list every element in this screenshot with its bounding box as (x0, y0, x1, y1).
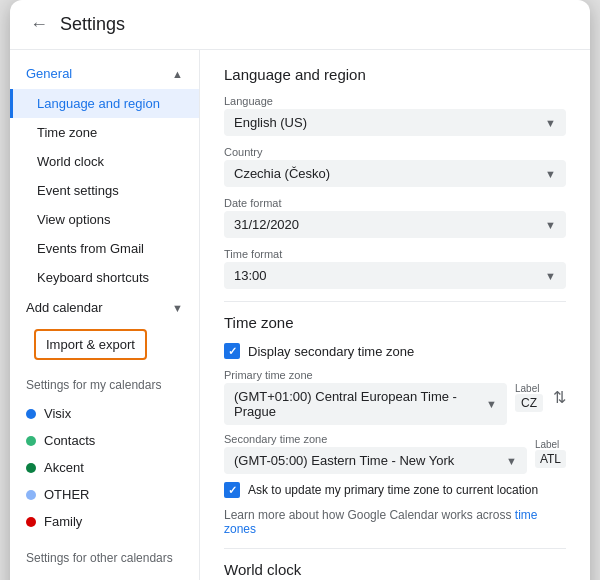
settings-window: ← Settings General ▲ Language and region… (10, 0, 590, 580)
sidebar: General ▲ Language and region Time zone … (10, 50, 200, 580)
secondary-tz-abbr-label: Label (535, 439, 566, 450)
secondary-tz-abbr: ATL (535, 450, 566, 468)
calendar-dot-family (26, 517, 36, 527)
country-arrow-icon: ▼ (545, 168, 556, 180)
secondary-tz-select-wrap: Secondary time zone (GMT-05:00) Eastern … (224, 433, 527, 474)
ask-update-label: Ask to update my primary time zone to cu… (248, 483, 538, 497)
sidebar-general-label: General (26, 66, 72, 81)
display-secondary-row: Display secondary time zone (224, 343, 566, 359)
calendar-item-other[interactable]: OTHER (10, 481, 199, 508)
primary-tz-value: (GMT+01:00) Central European Time - Prag… (234, 389, 486, 419)
language-region-title: Language and region (224, 66, 566, 83)
display-secondary-checkbox[interactable] (224, 343, 240, 359)
time-format-select[interactable]: 13:00 ▼ (224, 262, 566, 289)
language-value: English (US) (234, 115, 307, 130)
country-label: Country (224, 146, 566, 158)
calendar-dot-contacts (26, 436, 36, 446)
time-format-label: Time format (224, 248, 566, 260)
sidebar-item-world-clock[interactable]: World clock (10, 147, 199, 176)
sidebar-item-language-region[interactable]: Language and region (10, 89, 199, 118)
primary-tz-abbr: CZ (515, 394, 543, 412)
primary-tz-row: Primary time zone (GMT+01:00) Central Eu… (224, 369, 566, 425)
sidebar-item-events-from-gmail[interactable]: Events from Gmail (10, 234, 199, 263)
learn-more-pre: Learn more about how Google Calendar wor… (224, 508, 511, 522)
calendar-name-family: Family (44, 514, 82, 529)
primary-tz-abbr-label: Label (515, 383, 543, 394)
import-export-wrapper: Import & export (10, 323, 199, 366)
ask-update-checkbox[interactable] (224, 482, 240, 498)
language-select[interactable]: English (US) ▼ (224, 109, 566, 136)
back-button[interactable]: ← (30, 14, 48, 35)
sidebar-item-view-options[interactable]: View options (10, 205, 199, 234)
world-clock-title: World clock (224, 561, 566, 578)
timezone-title: Time zone (224, 314, 566, 331)
sidebar-item-keyboard-shortcuts[interactable]: Keyboard shortcuts (10, 263, 199, 292)
header: ← Settings (10, 0, 590, 50)
divider-2 (224, 548, 566, 549)
import-export-button[interactable]: Import & export (34, 329, 147, 360)
secondary-tz-select[interactable]: (GMT-05:00) Eastern Time - New York ▼ (224, 447, 527, 474)
language-setting: Language English (US) ▼ (224, 95, 566, 136)
learn-more-row: Learn more about how Google Calendar wor… (224, 508, 566, 536)
calendar-name-contacts: Contacts (44, 433, 95, 448)
calendar-name-other: OTHER (44, 487, 90, 502)
calendar-item-contacts[interactable]: Contacts (10, 427, 199, 454)
time-format-arrow-icon: ▼ (545, 270, 556, 282)
secondary-tz-arrow-icon: ▼ (506, 455, 517, 467)
calendar-item-family[interactable]: Family (10, 508, 199, 535)
date-format-label: Date format (224, 197, 566, 209)
calendar-dot-other (26, 490, 36, 500)
date-format-arrow-icon: ▼ (545, 219, 556, 231)
primary-tz-select[interactable]: (GMT+01:00) Central European Time - Prag… (224, 383, 507, 425)
chevron-down-icon: ▼ (172, 302, 183, 314)
calendar-dot-visix (26, 409, 36, 419)
country-value: Czechia (Česko) (234, 166, 330, 181)
my-calendars-label: Settings for my calendars (10, 370, 199, 400)
main-content: Language and region Language English (US… (200, 50, 590, 580)
time-format-setting: Time format 13:00 ▼ (224, 248, 566, 289)
add-calendar-label: Add calendar (26, 300, 103, 315)
page-title: Settings (60, 14, 125, 35)
sidebar-add-calendar[interactable]: Add calendar ▼ (10, 292, 199, 323)
calendar-item-holidays[interactable]: Holidays in Czechia (10, 573, 199, 580)
primary-tz-arrow-icon: ▼ (486, 398, 497, 410)
content-area: General ▲ Language and region Time zone … (10, 50, 590, 580)
secondary-tz-label-box: Label ATL (535, 439, 566, 468)
secondary-tz-row: Secondary time zone (GMT-05:00) Eastern … (224, 433, 566, 474)
country-select[interactable]: Czechia (Česko) ▼ (224, 160, 566, 187)
chevron-up-icon: ▲ (172, 68, 183, 80)
calendar-name-akcent: Akcent (44, 460, 84, 475)
sidebar-item-time-zone[interactable]: Time zone (10, 118, 199, 147)
sidebar-item-event-settings[interactable]: Event settings (10, 176, 199, 205)
primary-tz-label-box: Label CZ (515, 383, 543, 412)
secondary-tz-label: Secondary time zone (224, 433, 527, 445)
sidebar-general-section[interactable]: General ▲ (10, 58, 199, 89)
ask-update-row: Ask to update my primary time zone to cu… (224, 482, 566, 498)
date-format-setting: Date format 31/12/2020 ▼ (224, 197, 566, 238)
date-format-value: 31/12/2020 (234, 217, 299, 232)
divider-1 (224, 301, 566, 302)
primary-tz-select-wrap: Primary time zone (GMT+01:00) Central Eu… (224, 369, 507, 425)
language-label: Language (224, 95, 566, 107)
calendar-item-visix[interactable]: Visix (10, 400, 199, 427)
swap-icon[interactable]: ⇅ (553, 388, 566, 407)
other-calendars-label: Settings for other calendars (10, 543, 199, 573)
world-clock-section: World clock Show world clock Add time zo… (224, 561, 566, 580)
calendar-dot-akcent (26, 463, 36, 473)
calendar-name-visix: Visix (44, 406, 71, 421)
calendar-item-akcent[interactable]: Akcent (10, 454, 199, 481)
secondary-tz-value: (GMT-05:00) Eastern Time - New York (234, 453, 454, 468)
date-format-select[interactable]: 31/12/2020 ▼ (224, 211, 566, 238)
country-setting: Country Czechia (Česko) ▼ (224, 146, 566, 187)
time-format-value: 13:00 (234, 268, 267, 283)
primary-tz-label: Primary time zone (224, 369, 507, 381)
display-secondary-label: Display secondary time zone (248, 344, 414, 359)
language-arrow-icon: ▼ (545, 117, 556, 129)
